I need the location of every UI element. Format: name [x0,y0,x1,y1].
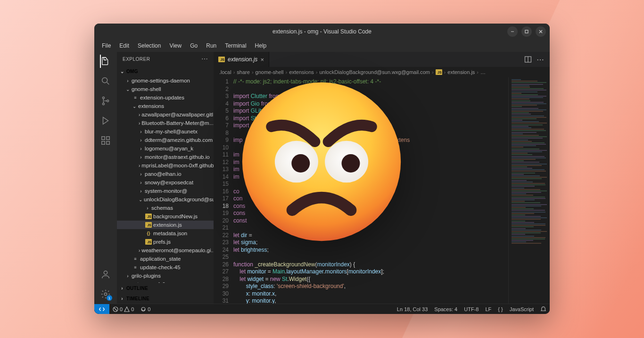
tree-item[interactable]: ›schemas [117,204,214,212]
tab-label: extension.js [228,56,257,63]
tree-item[interactable]: ›Bluetooth-Battery-Meter@m… [117,119,214,127]
project-section[interactable]: ⌄OMG [117,66,214,76]
tree-item[interactable]: ›pano@elhan.io [117,170,214,178]
tree-item[interactable]: ⌄extensions [117,102,214,110]
tree-item-label: snowy@exposedcat [145,180,193,185]
tree-item[interactable]: ⌄gnome-shell [117,85,214,93]
breadcrumb-item[interactable]: … [480,69,486,75]
ports-indicator[interactable]: 0 [137,306,154,312]
tree-item[interactable]: ›snowy@exposedcat [117,178,214,187]
menu-help[interactable]: Help [251,41,271,50]
minimize-button[interactable] [507,26,518,37]
close-button[interactable] [536,26,546,37]
tree-item[interactable]: ›system-monitor@ [117,187,214,195]
chevron-icon: › [139,146,143,151]
tree-item[interactable]: ›azwallpaper@azwallpaper.gitl… [117,110,214,119]
chevron-icon: › [139,189,143,194]
menu-view[interactable]: View [165,41,185,50]
tree-item[interactable]: JSextension.js [117,221,214,229]
file-icon: {} [145,230,152,237]
svg-point-25 [291,154,310,173]
tree-item[interactable]: ›monitor@astraext.github.io [117,153,214,161]
tree-item[interactable]: {}metadata.json [117,229,214,238]
chevron-icon: › [139,163,140,168]
tab-close-icon[interactable]: × [260,56,264,63]
language-mode[interactable]: JavaScript [506,306,537,312]
menu-file[interactable]: File [98,41,115,50]
breadcrumb-item[interactable]: .local [219,69,231,75]
tree-item[interactable]: ›ddterm@amezin.github.com [117,136,214,144]
search-icon[interactable] [100,75,111,87]
menu-selection[interactable]: Selection [134,41,165,50]
chevron-icon: › [139,172,143,177]
extensions-icon[interactable] [100,135,111,146]
file-tree: ›gnome-settings-daemon⌄gnome-shell≡exten… [117,76,214,283]
tree-item-label: gnome-shell [132,86,161,92]
breadcrumb-item[interactable]: extensions [289,69,314,75]
statusbar: 0 0 0 Ln 18, Col 33 Spaces: 4 UTF-8 LF {… [94,304,550,314]
maximize-button[interactable] [521,26,532,37]
tab-extension-js[interactable]: JS extension.js × [214,52,269,67]
file-icon: ≡ [132,94,139,101]
timeline-section[interactable]: ›TIMELINE [117,293,214,304]
menu-terminal[interactable]: Terminal [221,41,250,50]
tree-item[interactable]: ›gnome-settings-daemon [117,76,214,85]
menu-edit[interactable]: Edit [116,41,133,50]
tree-item-label: unlockDialogBackground@su… [144,197,214,202]
tree-item-label: extension.js [153,222,182,228]
chevron-icon: › [145,206,150,211]
tree-item[interactable]: ›blur-my-shell@aunetx [117,127,214,136]
source-control-icon[interactable] [100,95,111,107]
eol[interactable]: LF [482,306,495,312]
more-actions-icon[interactable]: ⋯ [201,55,208,63]
cursor-position[interactable]: Ln 18, Col 33 [394,306,431,312]
breadcrumb-item[interactable]: gnome-shell [256,69,284,75]
menubar: FileEditSelectionViewGoRunTerminalHelp [94,40,550,52]
breadcrumb-item[interactable]: JS [436,69,442,75]
run-debug-icon[interactable] [100,115,111,126]
settings-gear-icon[interactable]: 1 [100,289,111,300]
breadcrumb-item[interactable]: unlockDialogBackground@sun.wxg@gmail.com [319,69,430,75]
tree-item[interactable]: ›mprisLabel@moon-0xff.github… [117,161,214,170]
breadcrumb[interactable]: .local›share›gnome-shell›extensions›unlo… [214,67,550,77]
split-editor-icon[interactable] [524,56,532,63]
minimap[interactable] [508,77,550,304]
tree-item-label: metadata.json [153,231,187,236]
tree-item[interactable]: ⌄unlockDialogBackground@su… [117,195,214,204]
tree-item[interactable]: ≡extension-updates [117,93,214,102]
menu-go[interactable]: Go [186,41,201,50]
tree-item-label: backgroundNew.js [153,214,198,219]
tree-item[interactable]: ≡application_state [117,255,214,263]
indentation[interactable]: Spaces: 4 [431,306,461,312]
problems-indicator[interactable]: 0 0 [109,306,137,312]
tree-item[interactable]: ›logomenu@aryan_k [117,144,214,153]
tree-item-label: schemas [151,205,173,211]
breadcrumb-item[interactable]: extension.js [447,69,475,75]
chevron-icon: › [125,273,130,279]
remote-indicator[interactable] [94,304,109,314]
sidebar-header: EXPLORER ⋯ [117,52,214,66]
breadcrumb-item[interactable]: share [237,69,250,75]
sidebar: EXPLORER ⋯ ⌄OMG ›gnome-settings-daemon⌄g… [117,52,214,304]
notifications-icon[interactable] [537,306,550,312]
tree-item-label: extension-updates [140,95,184,100]
tree-item[interactable]: JSprefs.js [117,238,214,246]
svg-point-15 [104,293,107,296]
brackets-indicator[interactable]: { } [495,306,506,312]
file-icon: JS [145,214,152,219]
outline-section[interactable]: ›OUTLINE [117,283,214,293]
svg-point-8 [107,100,109,102]
tree-item[interactable]: ›grilo-plugins [117,272,214,280]
tree-item[interactable]: ≡update-check-45 [117,263,214,272]
chevron-icon: › [139,248,140,253]
window-title: extension.js - omg - Visual Studio Code [272,28,372,35]
editor-more-icon[interactable]: ⋯ [537,55,544,64]
menu-run[interactable]: Run [202,41,220,50]
svg-rect-11 [102,141,105,144]
svg-point-22 [242,82,401,241]
accounts-icon[interactable] [100,269,111,280]
explorer-icon[interactable] [100,56,111,67]
tree-item[interactable]: JSbackgroundNew.js [117,212,214,221]
encoding[interactable]: UTF-8 [461,306,482,312]
tree-item[interactable]: ›weatherornot@somepaulo.gi… [117,246,214,255]
